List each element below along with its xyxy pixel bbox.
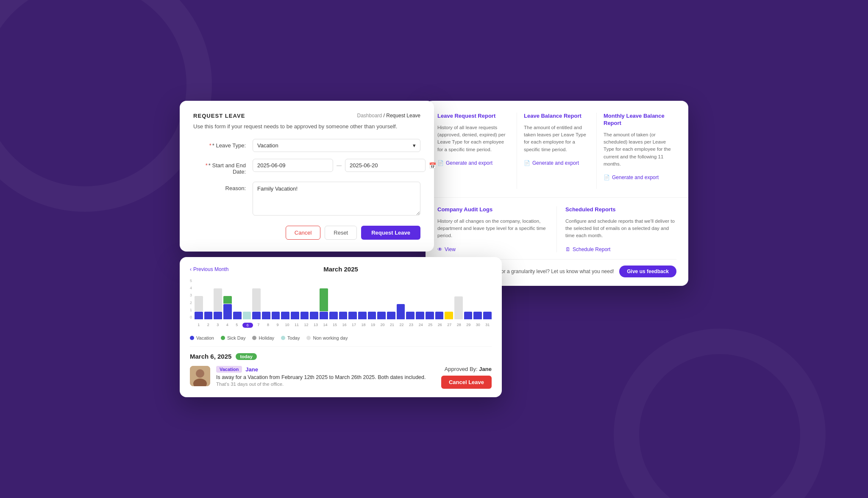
bar-group-15[interactable] xyxy=(329,281,338,319)
report-3-title: Monthly Leave Balance Report xyxy=(604,113,676,127)
chart-label-12[interactable]: 12 xyxy=(302,323,311,328)
bar-group-7[interactable] xyxy=(252,281,261,319)
bar-group-23[interactable] xyxy=(406,281,415,319)
calendar-card: ‹ Previous Month March 2025 5 4 3 2 1 0 … xyxy=(180,257,502,397)
leave-type-row: ** Leave Type: Vacation ▾ xyxy=(193,139,420,152)
report-4-title: Company Audit Logs xyxy=(437,206,548,213)
report-4-action[interactable]: 👁 View xyxy=(437,246,548,252)
bar-group-9[interactable] xyxy=(272,281,280,319)
bar-group-29[interactable] xyxy=(464,281,473,319)
reason-textarea[interactable]: Family Vacation! xyxy=(253,182,420,216)
reset-button[interactable]: Reset xyxy=(325,226,357,240)
chart-label-22[interactable]: 22 xyxy=(398,323,406,328)
bar-group-1[interactable] xyxy=(195,281,203,319)
bar-group-17[interactable] xyxy=(348,281,357,319)
previous-month-nav[interactable]: ‹ Previous Month xyxy=(190,266,228,272)
bar-gray xyxy=(214,288,222,311)
chart-label-29[interactable]: 29 xyxy=(464,323,473,328)
chart-label-1[interactable]: 1 xyxy=(195,323,203,328)
cancel-button[interactable]: Cancel xyxy=(286,226,320,240)
legend-dot-sickday xyxy=(221,336,225,340)
report-1-title: Leave Request Report xyxy=(437,113,510,120)
chart-label-15[interactable]: 15 xyxy=(331,323,339,328)
chart-label-24[interactable]: 24 xyxy=(417,323,425,328)
report-5-action[interactable]: 🗓 Schedule Report xyxy=(565,246,676,252)
bar-group-27[interactable] xyxy=(445,281,453,319)
chart-label-23[interactable]: 23 xyxy=(407,323,415,328)
chart-label-17[interactable]: 17 xyxy=(350,323,358,328)
cancel-leave-button[interactable]: Cancel Leave xyxy=(441,376,492,389)
bar-group-26[interactable] xyxy=(435,281,444,319)
bar-group-8[interactable] xyxy=(262,281,270,319)
chart-label-3[interactable]: 3 xyxy=(214,323,222,328)
today-badge: today xyxy=(236,353,256,360)
chart-label-11[interactable]: 11 xyxy=(292,323,301,328)
request-leave-button[interactable]: Request Leave xyxy=(361,226,420,240)
bar-group-31[interactable] xyxy=(483,281,492,319)
report-1-desc: History of all leave requests (approved,… xyxy=(437,124,510,153)
bar-group-18[interactable] xyxy=(358,281,367,319)
feedback-button[interactable]: Give us feedback xyxy=(619,266,676,277)
chart-label-10[interactable]: 10 xyxy=(283,323,292,328)
bar-group-16[interactable] xyxy=(339,281,348,319)
bar-group-20[interactable] xyxy=(377,281,386,319)
bar-group-10[interactable] xyxy=(281,281,289,319)
chart-label-31[interactable]: 31 xyxy=(483,323,492,328)
bar-group-19[interactable] xyxy=(368,281,376,319)
chart-label-5[interactable]: 5 xyxy=(233,323,241,328)
chart-label-26[interactable]: 26 xyxy=(436,323,444,328)
bar-group-25[interactable] xyxy=(426,281,434,319)
chart-label-20[interactable]: 20 xyxy=(378,323,387,328)
leave-type-select[interactable]: Vacation ▾ xyxy=(253,139,420,152)
bar-group-28[interactable] xyxy=(454,281,463,319)
bar-yellow xyxy=(445,312,453,319)
bar-blue xyxy=(426,312,434,319)
reason-label: Reason: xyxy=(193,182,253,191)
date-start-input[interactable] xyxy=(253,159,333,172)
bar-group-22[interactable] xyxy=(397,281,405,319)
bar-group-13[interactable] xyxy=(310,281,318,319)
bar-group-30[interactable] xyxy=(473,281,482,319)
chart-label-25[interactable]: 25 xyxy=(426,323,434,328)
view-icon: 👁 xyxy=(437,246,442,252)
chart-label-9[interactable]: 9 xyxy=(273,323,282,328)
date-row: ** Start and End Date: — 📅 xyxy=(193,159,420,175)
bar-blue xyxy=(464,312,473,319)
chart-label-21[interactable]: 21 xyxy=(388,323,396,328)
chart-legend: Vacation Sick Day Holiday Today Non work… xyxy=(190,335,492,340)
chart-label-27[interactable]: 27 xyxy=(445,323,453,328)
chart-label-18[interactable]: 18 xyxy=(359,323,368,328)
bar-group-4[interactable] xyxy=(223,281,232,319)
bar-group-14[interactable] xyxy=(320,281,328,319)
bar-group-3[interactable] xyxy=(214,281,222,319)
bar-group-2[interactable] xyxy=(204,281,213,319)
bar-group-21[interactable] xyxy=(387,281,395,319)
report-2-action[interactable]: 📄 Generate and export xyxy=(524,160,590,166)
date-end-input[interactable] xyxy=(345,159,426,172)
bar-group-6[interactable] xyxy=(243,281,251,319)
bar-group-24[interactable] xyxy=(416,281,424,319)
chart-label-7[interactable]: 7 xyxy=(254,323,263,328)
bar-group-5[interactable] xyxy=(233,281,242,319)
report-4: Company Audit Logs History of all change… xyxy=(437,206,557,252)
chart-label-28[interactable]: 28 xyxy=(455,323,463,328)
bar-group-11[interactable] xyxy=(291,281,299,319)
chart-label-16[interactable]: 16 xyxy=(340,323,349,328)
chart-label-8[interactable]: 8 xyxy=(264,323,273,328)
chart-label-30[interactable]: 30 xyxy=(474,323,482,328)
chart-label-2[interactable]: 2 xyxy=(204,323,213,328)
y-axis: 5 4 3 2 1 0 xyxy=(190,279,192,321)
chart-label-13[interactable]: 13 xyxy=(312,323,320,328)
chart-label-4[interactable]: 4 xyxy=(223,323,232,328)
chart-label-19[interactable]: 19 xyxy=(369,323,377,328)
chart-label-14[interactable]: 14 xyxy=(321,323,330,328)
breadcrumb-parent[interactable]: Dashboard xyxy=(357,113,382,119)
report-3-action[interactable]: 📄 Generate and export xyxy=(604,174,676,180)
chart-label-6[interactable]: 6 xyxy=(242,323,253,328)
legend-holiday: Holiday xyxy=(252,335,274,340)
export-icon-3: 📄 xyxy=(604,174,610,180)
report-1-action[interactable]: 📄 Generate and export xyxy=(437,160,510,166)
bar-blue xyxy=(406,312,415,319)
calendar-title: March 2025 xyxy=(323,266,358,273)
bar-group-12[interactable] xyxy=(300,281,309,319)
